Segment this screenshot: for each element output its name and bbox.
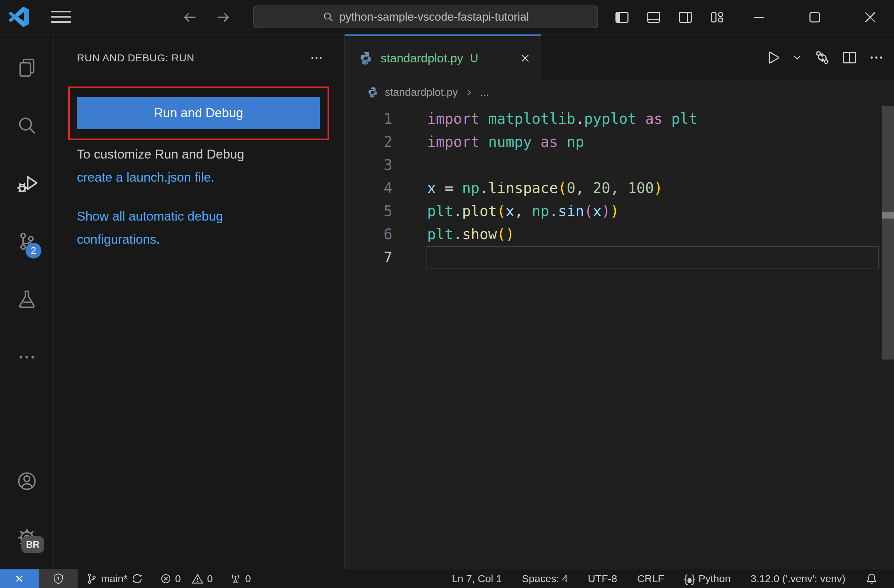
git-branch-icon <box>86 573 98 585</box>
code-line[interactable]: 2import numpy as np <box>345 130 894 153</box>
debug-icon <box>16 173 38 194</box>
panel-title: RUN AND DEBUG: RUN <box>77 52 195 64</box>
ports-item[interactable]: 0 <box>221 569 259 588</box>
notifications-item[interactable] <box>855 569 888 588</box>
line-content: import matplotlib.pyplot as plt <box>427 110 698 127</box>
python-interpreter-item[interactable]: 3.12.0 ('.venv': venv) <box>741 569 855 588</box>
editor-group: standardplot.py U <box>345 35 894 569</box>
account-icon <box>17 471 37 491</box>
line-content: import numpy as np <box>427 133 584 150</box>
tab-git-status: U <box>470 52 478 65</box>
line-number: 5 <box>345 203 393 220</box>
code-line[interactable]: 7 <box>345 246 894 269</box>
accounts-button[interactable] <box>0 453 53 510</box>
line-number: 1 <box>345 110 393 127</box>
breadcrumb-file[interactable]: standardplot.py <box>385 86 458 99</box>
code-line[interactable]: 4x = np.linspace(0, 20, 100) <box>345 176 894 199</box>
source-control-badge: 2 <box>26 243 41 258</box>
editor-scrollbar[interactable] <box>882 106 894 359</box>
beaker-icon <box>17 289 37 309</box>
code-line[interactable]: 1import matplotlib.pyplot as plt <box>345 107 894 130</box>
line-number: 3 <box>345 157 393 173</box>
error-icon <box>160 573 172 585</box>
sync-icon <box>131 573 143 585</box>
run-and-debug-panel: RUN AND DEBUG: RUN Run and Debug To cust… <box>54 35 345 569</box>
toggle-panel-icon[interactable] <box>646 10 661 25</box>
search-icon <box>17 116 37 136</box>
settings-button[interactable]: BR <box>0 510 53 566</box>
more-actions-icon[interactable] <box>310 51 323 65</box>
command-center-search[interactable]: python-sample-vscode-fastapi-tutorial <box>254 6 598 28</box>
sidebar-item-explorer[interactable] <box>0 39 53 96</box>
more-actions-icon[interactable] <box>868 50 884 65</box>
launch-json-link[interactable]: create a launch.json file. <box>77 166 291 189</box>
sidebar-item-source-control[interactable]: 2 <box>0 212 53 270</box>
ports-count: 0 <box>245 573 251 585</box>
line-number: 2 <box>345 133 393 150</box>
cursor-position: Ln 7, Col 1 <box>452 573 501 585</box>
activity-bar: 2 <box>0 35 54 569</box>
run-python-file-icon[interactable] <box>764 50 780 65</box>
tab-standardplot[interactable]: standardplot.py U <box>345 35 541 80</box>
warning-count: 0 <box>207 573 213 585</box>
run-dropdown-icon[interactable] <box>791 52 803 63</box>
braces-icon: {} <box>684 573 695 584</box>
branch-item[interactable]: main* <box>78 569 152 588</box>
vscode-logo-icon <box>9 7 29 27</box>
breadcrumb-symbol[interactable]: ... <box>480 86 489 99</box>
sidebar-item-search[interactable] <box>0 96 53 154</box>
encoding-item[interactable]: UTF-8 <box>578 569 627 588</box>
menu-icon[interactable] <box>51 11 71 23</box>
files-icon <box>17 57 37 78</box>
code-area[interactable]: 1import matplotlib.pyplot as plt2import … <box>345 104 894 269</box>
tab-file-name: standardplot.py <box>381 51 463 65</box>
shield-icon <box>53 573 64 585</box>
code-line[interactable]: 5plt.plot(x, np.sin(x)) <box>345 199 894 223</box>
sidebar-item-testing[interactable] <box>0 270 53 328</box>
overview-ruler-cursor-mark <box>882 212 894 219</box>
indentation: Spaces: 4 <box>522 573 568 585</box>
line-number: 6 <box>345 226 393 243</box>
toggle-secondary-sidebar-icon[interactable] <box>678 10 693 25</box>
minimize-icon[interactable] <box>752 10 767 25</box>
code-line[interactable]: 3 <box>345 153 894 176</box>
arrow-left-icon[interactable] <box>182 9 198 25</box>
show-configs-link[interactable]: Show all automatic debug configurations. <box>77 209 223 246</box>
run-and-debug-button[interactable]: Run and Debug <box>77 97 320 129</box>
language-name: Python <box>699 573 731 585</box>
problems-item[interactable]: 0 0 <box>152 569 221 588</box>
line-content: x = np.linspace(0, 20, 100) <box>427 179 663 196</box>
status-bar: main* 0 0 0 Ln 7, Col 1 Spaces: 4 UTF- <box>0 569 894 588</box>
arrow-right-icon[interactable] <box>215 9 231 25</box>
error-count: 0 <box>175 573 181 585</box>
split-editor-icon[interactable] <box>841 50 858 65</box>
line-number: 4 <box>345 179 393 196</box>
interpreter-version: 3.12.0 ('.venv': venv) <box>751 573 846 585</box>
cursor-position-item[interactable]: Ln 7, Col 1 <box>442 569 512 588</box>
line-content: plt.plot(x, np.sin(x)) <box>427 203 619 220</box>
search-value: python-sample-vscode-fastapi-tutorial <box>339 11 529 23</box>
warning-icon <box>192 573 204 585</box>
eol-item[interactable]: CRLF <box>627 569 674 588</box>
remote-indicator[interactable] <box>0 569 39 588</box>
workspace-trust-item[interactable] <box>39 569 78 588</box>
breadcrumb: standardplot.py ... <box>345 80 894 104</box>
toggle-primary-sidebar-icon[interactable] <box>615 10 630 25</box>
search-icon <box>323 11 334 23</box>
auto-configs-hint: Show all automatic debug configurations. <box>77 205 291 251</box>
chevron-right-icon <box>464 87 474 97</box>
tab-close-icon[interactable] <box>519 53 531 64</box>
code-line[interactable]: 6plt.show() <box>345 223 894 246</box>
tab-bar: standardplot.py U <box>345 35 894 80</box>
customize-layout-icon[interactable] <box>710 10 725 25</box>
indentation-item[interactable]: Spaces: 4 <box>512 569 578 588</box>
python-icon <box>359 51 373 65</box>
title-bar: python-sample-vscode-fastapi-tutorial <box>0 0 894 35</box>
language-item[interactable]: {} Python <box>674 569 741 588</box>
sidebar-item-run-and-debug[interactable] <box>0 154 53 212</box>
code-lines: 1import matplotlib.pyplot as plt2import … <box>345 107 894 269</box>
close-icon[interactable] <box>862 10 878 25</box>
open-changes-icon[interactable] <box>814 49 831 66</box>
maximize-icon[interactable] <box>807 10 822 25</box>
sidebar-item-more-views[interactable] <box>0 328 53 386</box>
